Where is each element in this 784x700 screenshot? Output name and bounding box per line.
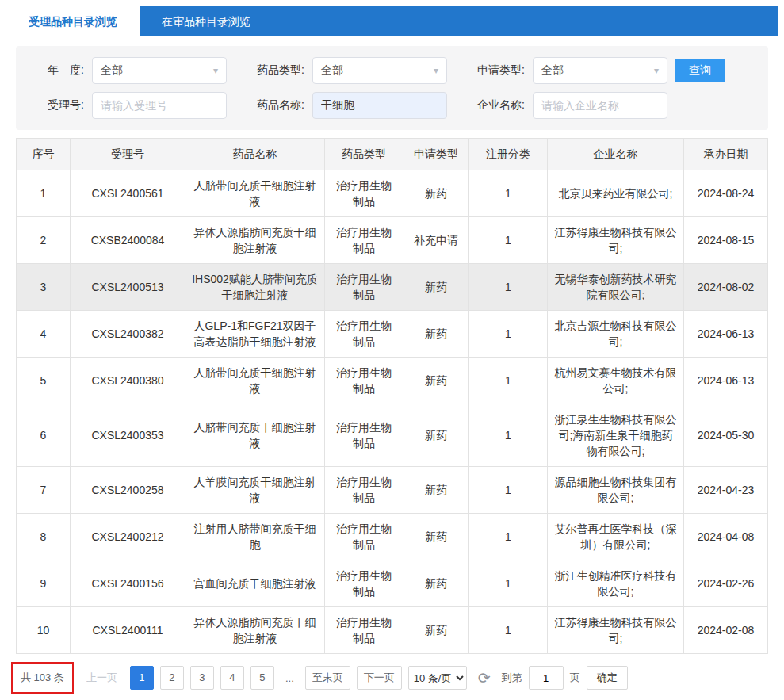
apply-type-select[interactable]: 全部 ▾ [533,57,667,84]
cell-date: 2024-04-23 [684,467,768,514]
table-row[interactable]: 1CXSL2400561人脐带间充质干细胞注射液治疗用生物制品新药1北京贝来药业… [17,170,768,217]
cell-no: 10 [17,607,71,654]
cell-no: 3 [17,264,71,311]
cell-company: 浙江泉生生物科技有限公司;海南新生泉干细胞药物有限公司; [548,404,684,467]
cell-company: 杭州易文赛生物技术有限公司; [548,358,684,404]
confirm-button[interactable]: 确定 [587,666,628,690]
cell-no: 5 [17,358,71,404]
column-header: 序号 [17,139,71,170]
table-body: 1CXSL2400561人脐带间充质干细胞注射液治疗用生物制品新药1北京贝来药业… [17,170,768,654]
page-button-2[interactable]: 2 [160,666,184,690]
tab-bar: 受理品种目录浏览 在审品种目录浏览 [6,6,778,36]
cell-acceptance-no: CXSB2400084 [71,217,185,264]
cell-apply-type: 新药 [403,358,469,404]
cell-drug-name: 人脐带间充质干细胞注射液 [185,358,325,404]
cell-apply-type: 新药 [403,514,469,560]
year-label: 年 度: [24,63,84,78]
cell-date: 2024-06-13 [684,311,768,358]
page-button-1[interactable]: 1 [130,666,154,690]
per-page-select[interactable]: 10 条/页 [408,666,467,690]
cell-company: 江苏得康生物科技有限公司; [548,217,684,264]
cell-drug-name: 人脐带间充质干细胞注射液 [185,170,325,217]
filter-panel: 年 度: 全部 ▾ 药品类型: 全部 ▾ 申请类型: 全部 ▾ [16,46,768,130]
cell-drug-type: 治疗用生物制品 [325,514,403,560]
cell-drug-type: 治疗用生物制品 [325,217,403,264]
cell-reg-category: 1 [469,467,548,514]
company-name-label: 企业名称: [465,98,525,113]
cell-date: 2024-08-02 [684,264,768,311]
cell-company: 源品细胞生物科技集团有限公司; [548,467,684,514]
chevron-down-icon: ▾ [213,65,218,76]
cell-company: 北京贝来药业有限公司; [548,170,684,217]
tab-in-review-varieties[interactable]: 在审品种目录浏览 [140,6,273,36]
cell-drug-type: 治疗用生物制品 [325,170,403,217]
company-name-input[interactable] [533,92,667,119]
total-count: 共 103 条 [21,671,64,683]
cell-apply-type: 补充申请 [403,217,469,264]
cell-drug-type: 治疗用生物制品 [325,607,403,654]
cell-reg-category: 1 [469,358,548,404]
cell-date: 2024-05-30 [684,404,768,467]
year-select[interactable]: 全部 ▾ [92,57,227,84]
filter-row-2: 受理号: 药品名称: 企业名称: [24,92,768,119]
ellipsis: ... [281,672,299,684]
table-row[interactable]: 3CXSL2400513IHS002赋能人脐带间充质干细胞注射液治疗用生物制品新… [17,264,768,311]
cell-company: 江苏得康生物科技有限公司; [548,607,684,654]
table-row[interactable]: 5CXSL2400380人脐带间充质干细胞注射液治疗用生物制品新药1杭州易文赛生… [17,358,768,404]
column-header: 受理号 [71,139,185,170]
cell-apply-type: 新药 [403,264,469,311]
cell-acceptance-no: CXSL2400258 [71,467,185,514]
column-header: 药品类型 [325,139,403,170]
table-row[interactable]: 10CXSL2400111异体人源脂肪间充质干细胞注射液治疗用生物制品新药1江苏… [17,607,768,654]
prev-page-button[interactable]: 上一页 [80,666,124,690]
apply-type-select-value: 全部 [541,63,564,78]
cell-drug-type: 治疗用生物制品 [325,404,403,467]
cell-date: 2024-02-26 [684,560,768,607]
table-row[interactable]: 7CXSL2400258人羊膜间充质干细胞注射液治疗用生物制品新药1源品细胞生物… [17,467,768,514]
table-row[interactable]: 4CXSL2400382人GLP-1和FGF21双因子高表达脂肪干细胞注射液治疗… [17,311,768,358]
cell-apply-type: 新药 [403,560,469,607]
drug-name-input[interactable] [312,92,447,119]
page-button-5[interactable]: 5 [250,666,274,690]
cell-reg-category: 1 [469,404,548,467]
cell-acceptance-no: CXSL2400111 [71,607,185,654]
cell-reg-category: 1 [469,311,548,358]
cell-drug-type: 治疗用生物制品 [325,467,403,514]
year-select-value: 全部 [101,63,123,78]
cell-date: 2024-08-15 [684,217,768,264]
acceptance-no-input[interactable] [92,92,227,119]
jump-page-input[interactable] [529,666,564,690]
drug-type-select-value: 全部 [321,63,343,78]
cell-reg-category: 1 [469,514,548,560]
search-button[interactable]: 查询 [675,59,725,82]
cell-acceptance-no: CXSL2400212 [71,514,185,560]
cell-reg-category: 1 [469,264,548,311]
results-table-container: 序号受理号药品名称药品类型申请类型注册分类企业名称承办日期 1CXSL24005… [16,138,768,654]
cell-drug-name: 注射用人脐带间充质干细胞 [185,514,325,560]
chevron-down-icon: ▾ [654,65,659,76]
drug-type-select[interactable]: 全部 ▾ [312,57,447,84]
table-row[interactable]: 2CXSB2400084异体人源脂肪间充质干细胞注射液治疗用生物制品补充申请1江… [17,217,768,264]
table-row[interactable]: 6CXSL2400353人脐带间充质干细胞注射液治疗用生物制品新药1浙江泉生生物… [17,404,768,467]
cell-drug-name: 人羊膜间充质干细胞注射液 [185,467,325,514]
page-button-4[interactable]: 4 [220,666,244,690]
cell-no: 2 [17,217,71,264]
next-page-button[interactable]: 下一页 [357,666,402,690]
last-page-button[interactable]: 至末页 [305,666,350,690]
column-header: 药品名称 [185,139,325,170]
drug-name-label: 药品名称: [244,98,304,113]
cell-reg-category: 1 [469,560,548,607]
cell-no: 6 [17,404,71,467]
refresh-icon[interactable]: ⟳ [478,671,491,686]
cell-no: 9 [17,560,71,607]
cell-drug-type: 治疗用生物制品 [325,560,403,607]
tab-accepted-varieties[interactable]: 受理品种目录浏览 [6,6,140,36]
cell-drug-type: 治疗用生物制品 [325,358,403,404]
cell-no: 4 [17,311,71,358]
table-row[interactable]: 8CXSL2400212注射用人脐带间充质干细胞治疗用生物制品新药1艾尔普再生医… [17,514,768,560]
page-button-3[interactable]: 3 [190,666,214,690]
acceptance-no-label: 受理号: [24,98,84,113]
table-row[interactable]: 9CXSL2400156宫血间充质干细胞注射液治疗用生物制品新药1浙江生创精准医… [17,560,768,607]
cell-drug-name: 宫血间充质干细胞注射液 [185,560,325,607]
cell-date: 2024-08-24 [684,170,768,217]
